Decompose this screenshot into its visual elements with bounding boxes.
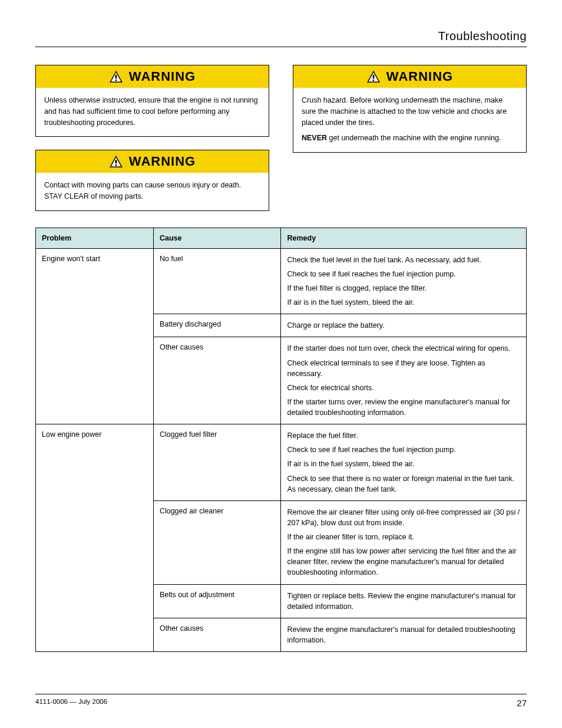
cell-remedy: If the starter does not turn over, check… bbox=[281, 337, 527, 424]
svg-rect-7 bbox=[115, 164, 117, 166]
table-row: Low engine powerClogged fuel filterRepla… bbox=[36, 424, 527, 501]
warning-triangle-icon bbox=[109, 155, 123, 168]
svg-rect-3 bbox=[115, 80, 117, 81]
footer-doc-id: 4111-0006 — July 2006 bbox=[35, 698, 107, 708]
remedy-line: If air is in the fuel system, bleed the … bbox=[287, 459, 520, 469]
remedy-line: Check to see if fuel reaches the fuel in… bbox=[287, 269, 520, 279]
cell-remedy: Charge or replace the battery. bbox=[281, 314, 527, 337]
svg-rect-2 bbox=[115, 75, 117, 79]
remedy-line: Check the fuel level in the fuel tank. A… bbox=[287, 255, 520, 265]
svg-rect-10 bbox=[373, 75, 375, 79]
remedy-line: Replace the fuel filter. bbox=[287, 430, 520, 441]
remedy-line: If the starter does not turn over, check… bbox=[287, 343, 520, 354]
warning-text-3-p1: Crush hazard. Before working underneath … bbox=[302, 95, 518, 128]
cell-remedy: Tighten or replace belts. Review the eng… bbox=[281, 584, 527, 618]
cell-cause: No fuel bbox=[153, 248, 281, 314]
warning-triangle-icon bbox=[366, 70, 381, 83]
warning-box-1: WARNING Unless otherwise instructed, ens… bbox=[35, 65, 269, 137]
warning-header: WARNING bbox=[36, 150, 269, 173]
warning-box-2: WARNING Contact with moving parts can ca… bbox=[35, 150, 269, 211]
warning-header: WARNING bbox=[36, 65, 269, 88]
cell-cause: Clogged fuel filter bbox=[153, 424, 281, 501]
cell-remedy: Replace the fuel filter.Check to see if … bbox=[281, 424, 527, 501]
warning-box-3: WARNING Crush hazard. Before working und… bbox=[293, 65, 527, 153]
remedy-line: Check for electrical shorts. bbox=[287, 383, 520, 393]
warning-text-3-p2: NEVER get underneath the machine with th… bbox=[302, 133, 518, 144]
th-remedy: Remedy bbox=[281, 228, 527, 248]
th-cause: Cause bbox=[153, 228, 281, 248]
remedy-line: Charge or replace the battery. bbox=[287, 320, 520, 331]
warning-text-2: Contact with moving parts can cause seri… bbox=[36, 173, 269, 210]
svg-rect-6 bbox=[115, 160, 117, 164]
cell-remedy: Review the engine manufacturer's manual … bbox=[281, 618, 527, 651]
remedy-line: Check to see that there is no water or f… bbox=[287, 473, 520, 495]
chapter-title: Troubleshooting bbox=[35, 29, 527, 43]
cell-remedy: Remove the air cleaner filter using only… bbox=[281, 500, 527, 584]
remedy-line: Check to see if fuel reaches the fuel in… bbox=[287, 444, 520, 455]
remedy-line: Check electrical terminals to see if the… bbox=[287, 358, 520, 379]
remedy-line: If air is in the fuel system, bleed the … bbox=[287, 297, 520, 308]
cell-remedy: Check the fuel level in the fuel tank. A… bbox=[281, 248, 527, 314]
warning-never-bold: NEVER bbox=[302, 134, 327, 142]
svg-rect-11 bbox=[373, 80, 375, 81]
warning-label: WARNING bbox=[129, 154, 196, 169]
table-row: Engine won't startNo fuelCheck the fuel … bbox=[36, 248, 527, 314]
warning-label: WARNING bbox=[129, 69, 196, 84]
cell-cause: Other causes bbox=[153, 618, 281, 651]
troubleshooting-table: Problem Cause Remedy Engine won't startN… bbox=[35, 228, 527, 652]
remedy-line: Remove the air cleaner filter using only… bbox=[287, 507, 520, 528]
warning-header: WARNING bbox=[293, 65, 526, 88]
th-problem: Problem bbox=[36, 228, 154, 248]
footer-rule bbox=[35, 694, 527, 694]
warning-label: WARNING bbox=[386, 69, 453, 84]
warning-never-rest: get underneath the machine with the engi… bbox=[327, 134, 501, 142]
table-header-row: Problem Cause Remedy bbox=[36, 228, 527, 248]
remedy-line: If the fuel filter is clogged, replace t… bbox=[287, 283, 520, 294]
top-rule bbox=[35, 47, 527, 47]
remedy-line: If the starter turns over, review the en… bbox=[287, 397, 520, 418]
remedy-line: Tighten or replace belts. Review the eng… bbox=[287, 591, 520, 612]
cell-cause: Belts out of adjustment bbox=[153, 584, 281, 618]
cell-cause: Other causes bbox=[153, 337, 281, 424]
warning-text-1: Unless otherwise instructed, ensure that… bbox=[36, 88, 269, 136]
cell-problem: Engine won't start bbox=[36, 248, 154, 424]
remedy-line: If the air cleaner filter is torn, repla… bbox=[287, 532, 520, 542]
footer-page-number: 27 bbox=[517, 698, 527, 708]
cell-cause: Clogged air cleaner bbox=[153, 500, 281, 584]
remedy-line: Review the engine manufacturer's manual … bbox=[287, 624, 520, 645]
cell-problem: Low engine power bbox=[36, 424, 154, 652]
warning-triangle-icon bbox=[109, 70, 123, 83]
warning-text-3: Crush hazard. Before working underneath … bbox=[293, 88, 526, 152]
remedy-line: If the engine still has low power after … bbox=[287, 546, 520, 578]
cell-cause: Battery discharged bbox=[153, 314, 281, 337]
